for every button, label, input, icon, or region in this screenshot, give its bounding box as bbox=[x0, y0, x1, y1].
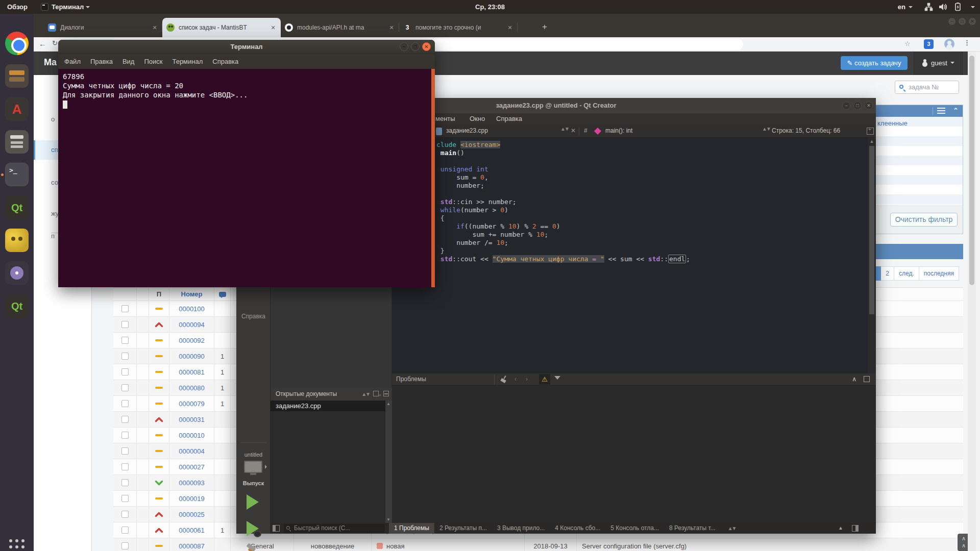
volume-icon[interactable] bbox=[938, 3, 947, 11]
row-checkbox[interactable] bbox=[121, 432, 129, 439]
chrome-icon[interactable] bbox=[5, 32, 29, 55]
bookmark-star-icon[interactable]: ☆ bbox=[904, 40, 911, 47]
apps-icon[interactable] bbox=[5, 535, 29, 551]
filter-icon[interactable] bbox=[554, 376, 560, 383]
browser-menu-icon[interactable]: ⋮ bbox=[964, 39, 970, 46]
qt-maximize-button[interactable]: □ bbox=[853, 102, 862, 110]
system-menu-caret[interactable] bbox=[971, 6, 975, 10]
output-tab[interactable]: 8 Результаты т... bbox=[664, 523, 721, 534]
pagination-item[interactable]: 2 bbox=[881, 266, 894, 281]
row-checkbox[interactable] bbox=[121, 479, 129, 486]
issue-id-link[interactable]: 0000031 bbox=[169, 412, 214, 427]
header-priority[interactable]: П bbox=[149, 288, 169, 300]
panel-layout-icon[interactable] bbox=[852, 525, 859, 532]
scroll-to-top-button[interactable]: ∧∧ bbox=[958, 534, 968, 551]
issue-search-input[interactable]: задача № bbox=[895, 81, 959, 94]
issue-id-link[interactable]: 0000019 bbox=[169, 491, 214, 506]
panel-menu-icon[interactable] bbox=[937, 108, 945, 109]
extension-badge[interactable]: 3 bbox=[924, 39, 934, 49]
row-checkbox[interactable] bbox=[121, 495, 129, 502]
calc-icon[interactable] bbox=[5, 130, 29, 154]
browser-maximize-button[interactable]: □ bbox=[959, 18, 966, 25]
row-checkbox[interactable] bbox=[121, 368, 129, 375]
terminal-minimize-button[interactable]: − bbox=[400, 42, 408, 51]
browser-minimize-button[interactable]: − bbox=[948, 18, 955, 25]
row-checkbox[interactable] bbox=[121, 527, 129, 534]
scrollbar-thumb[interactable] bbox=[969, 56, 974, 285]
terminal-maximize-button[interactable]: □ bbox=[411, 42, 420, 51]
symbol-selector-arrows[interactable]: ▲▼ bbox=[762, 126, 770, 132]
tab-close-icon[interactable]: ✕ bbox=[151, 24, 158, 31]
output-tab[interactable]: 5 Консоль отла... bbox=[605, 523, 664, 534]
tab-close-icon[interactable]: ✕ bbox=[506, 24, 513, 31]
sidebar-toggle-icon[interactable] bbox=[273, 525, 280, 532]
user-menu[interactable]: guest bbox=[914, 52, 963, 75]
expand-pane-icon[interactable]: ▲ bbox=[838, 525, 843, 531]
terminal-menu-item[interactable]: Правка bbox=[90, 58, 113, 65]
battery-icon[interactable] bbox=[953, 3, 964, 11]
terminal-output[interactable]: 67896Сумма четных цифр числа = 20Для зак… bbox=[58, 69, 435, 287]
row-checkbox[interactable] bbox=[121, 384, 129, 391]
row-checkbox[interactable] bbox=[121, 400, 129, 407]
issue-id-link[interactable]: 0000027 bbox=[169, 459, 214, 474]
activities-button[interactable]: Обзор bbox=[7, 0, 28, 14]
kit-selector-arrow[interactable] bbox=[265, 465, 269, 469]
qt-menu-item[interactable]: Справка bbox=[496, 115, 522, 122]
browser-tab[interactable]: список задач - MantisBT✕ bbox=[162, 18, 281, 37]
app-menu[interactable]: Терминал bbox=[52, 0, 84, 14]
split-panel-icon[interactable] bbox=[373, 391, 379, 396]
browser-tab[interactable]: 3помогите это срочно (и✕ bbox=[399, 18, 518, 37]
table-row[interactable]: 0000087Generalнововведениеновая2018-09-1… bbox=[113, 538, 963, 551]
panel-collapse-icon[interactable]: ⌃ bbox=[953, 107, 959, 114]
chat-app-icon[interactable] bbox=[5, 261, 29, 285]
row-checkbox[interactable] bbox=[121, 416, 129, 423]
row-checkbox[interactable] bbox=[121, 337, 129, 344]
qt-menu-item[interactable]: Окно bbox=[470, 115, 485, 122]
terminal-scrollbar[interactable] bbox=[431, 69, 435, 287]
issue-id-link[interactable]: 0000093 bbox=[169, 475, 214, 490]
document-selector[interactable]: задание23.cpp bbox=[446, 127, 488, 134]
mantis-logo[interactable]: Ma bbox=[44, 57, 57, 68]
kit-selector-icon[interactable] bbox=[244, 461, 262, 473]
issue-id-link[interactable]: 0000090 bbox=[169, 348, 214, 364]
row-checkbox[interactable] bbox=[121, 447, 129, 455]
pagination-item[interactable]: след. bbox=[894, 266, 919, 281]
show-warnings-icon[interactable]: ⚠ bbox=[539, 374, 550, 385]
output-tab[interactable]: 1 Проблемы bbox=[389, 523, 434, 534]
qt-menu-item[interactable]: менты bbox=[435, 115, 455, 122]
games-icon[interactable] bbox=[5, 229, 29, 252]
panel-selector-arrows[interactable]: ▲▼ bbox=[361, 388, 370, 400]
build-button[interactable] bbox=[246, 544, 259, 551]
panel-scrollbar[interactable]: ▲▼ bbox=[385, 400, 392, 523]
row-checkbox[interactable] bbox=[121, 321, 129, 328]
network-icon[interactable] bbox=[924, 3, 933, 11]
terminal-icon[interactable] bbox=[5, 163, 29, 186]
issue-id-link[interactable]: 0000094 bbox=[169, 317, 214, 332]
row-checkbox[interactable] bbox=[121, 305, 129, 312]
issue-id-link[interactable]: 0000061 bbox=[169, 522, 214, 538]
row-checkbox[interactable] bbox=[121, 542, 129, 549]
clear-icon[interactable] bbox=[500, 375, 507, 383]
issue-id-link[interactable]: 0000010 bbox=[169, 428, 214, 443]
qt-close-button[interactable]: ✕ bbox=[865, 102, 873, 110]
quick-search-input[interactable]: Быстрый поиск (C... bbox=[284, 524, 385, 533]
issue-id-link[interactable]: 0000004 bbox=[169, 443, 214, 459]
terminal-menu-item[interactable]: Вид bbox=[122, 58, 135, 65]
issue-id-link[interactable]: 0000025 bbox=[169, 507, 214, 522]
issue-id-link[interactable]: 0000100 bbox=[169, 301, 214, 316]
collapse-pane-icon[interactable]: ∧ bbox=[852, 375, 856, 383]
reload-icon[interactable]: ↻ bbox=[52, 39, 58, 47]
row-checkbox[interactable] bbox=[121, 353, 129, 360]
terminal-menu-item[interactable]: Файл bbox=[64, 58, 81, 65]
browser-profile-avatar[interactable] bbox=[944, 39, 954, 49]
clear-filter-button[interactable]: Очистить фильтр bbox=[890, 213, 958, 227]
clock[interactable]: Ср, 23:08 bbox=[475, 0, 505, 14]
terminal-menu-item[interactable]: Справка bbox=[212, 58, 238, 65]
new-tab-button[interactable]: + bbox=[538, 21, 551, 33]
open-document-item[interactable]: задание23.cpp bbox=[271, 400, 385, 411]
output-pane-arrows[interactable]: ▲▼ bbox=[728, 525, 736, 531]
terminal-menu-item[interactable]: Поиск bbox=[144, 58, 162, 65]
issue-id-link[interactable]: 0000079 bbox=[169, 396, 214, 411]
issue-id-link[interactable]: 0000087 bbox=[169, 538, 214, 551]
symbol-selector[interactable]: main(): int bbox=[605, 127, 632, 134]
